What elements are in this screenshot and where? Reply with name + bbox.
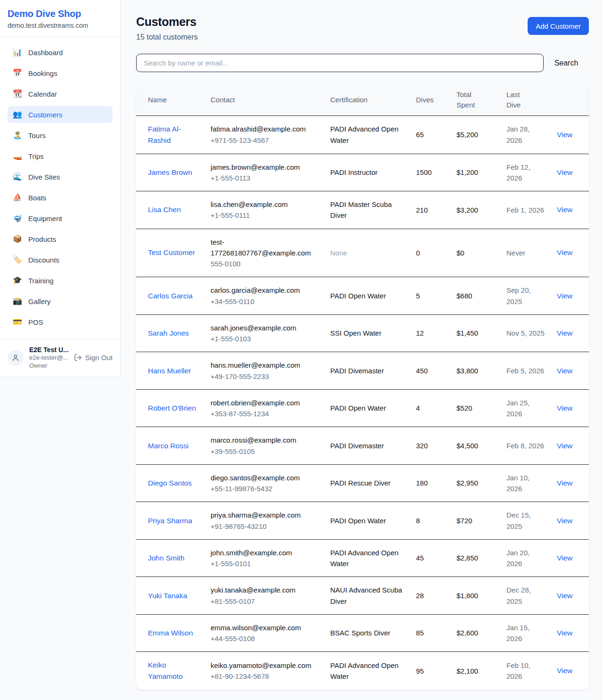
- customer-name-link[interactable]: James Brown: [148, 168, 192, 176]
- table-row: Test Customer test-1772681807767@example…: [136, 229, 589, 277]
- customer-name-link[interactable]: Fatima Al-Rashid: [148, 125, 181, 144]
- tear-off-calendar-icon: 📆: [13, 90, 22, 98]
- sidebar-item-equipment[interactable]: 🤿 Equipment: [8, 210, 113, 227]
- customer-email: carlos.garcia@example.com: [211, 285, 319, 296]
- view-customer-link[interactable]: View: [557, 629, 572, 637]
- sidebar-item-discounts[interactable]: 🏷️ Discounts: [8, 251, 113, 268]
- sidebar-item-label: Tours: [28, 132, 46, 140]
- customer-dives: 1500: [410, 154, 451, 191]
- customer-name-link[interactable]: Lisa Chen: [148, 206, 181, 214]
- customer-name-link[interactable]: Test Customer: [148, 248, 195, 256]
- customer-email: james.brown@example.com: [211, 162, 319, 173]
- view-customer-link[interactable]: View: [557, 554, 572, 562]
- customer-dives: 450: [410, 352, 451, 390]
- customer-phone: +1-555-0113: [211, 173, 319, 183]
- customer-total-spent: $520: [451, 389, 501, 427]
- page-title: Customers: [136, 15, 198, 29]
- customer-name-link[interactable]: Emma Wilson: [148, 629, 193, 637]
- customer-total-spent: $3,800: [451, 352, 501, 390]
- camera-icon: 📸: [13, 297, 22, 305]
- search-input[interactable]: [136, 54, 544, 72]
- customer-name-link[interactable]: Marco Rossi: [148, 442, 188, 450]
- sidebar-item-training[interactable]: 🎓 Training: [8, 272, 113, 289]
- sidebar-item-label: Bookings: [28, 69, 57, 77]
- customer-name-link[interactable]: Carlos Garcia: [148, 292, 193, 300]
- table-row: Hans Mueller hans.mueller@example.com +4…: [136, 352, 589, 390]
- customer-name-link[interactable]: John Smith: [148, 554, 185, 562]
- customer-name-link[interactable]: Robert O'Brien: [148, 404, 196, 412]
- sidebar-item-customers[interactable]: 👥 Customers: [8, 106, 113, 123]
- view-customer-link[interactable]: View: [557, 168, 572, 176]
- customer-certification: PADI Rescue Diver: [325, 464, 410, 502]
- add-customer-button[interactable]: Add Customer: [528, 17, 589, 35]
- sign-out-button[interactable]: Sign Out: [74, 354, 113, 362]
- customer-phone: +1-555-0103: [211, 333, 319, 344]
- table-row: Robert O'Brien robert.obrien@example.com…: [136, 389, 589, 427]
- sidebar-item-dive-sites[interactable]: 🌊 Dive Sites: [8, 168, 113, 185]
- sidebar-item-products[interactable]: 📦 Products: [8, 231, 113, 247]
- view-customer-link[interactable]: View: [557, 667, 572, 675]
- sidebar-item-pos[interactable]: 💳 POS: [8, 313, 113, 330]
- sidebar-item-gallery[interactable]: 📸 Gallery: [8, 293, 113, 310]
- shop-domain: demo.test.divestreams.com: [8, 22, 113, 29]
- sidebar: Demo Dive Shop demo.test.divestreams.com…: [0, 0, 121, 377]
- sidebar-item-boats[interactable]: ⛵ Boats: [8, 189, 113, 206]
- view-customer-link[interactable]: View: [557, 404, 572, 412]
- sidebar-item-tours[interactable]: 🏝️ Tours: [8, 127, 113, 144]
- view-customer-link[interactable]: View: [557, 206, 572, 214]
- customer-certification: SSI Open Water: [325, 314, 410, 352]
- customer-dives: 180: [410, 464, 451, 502]
- column-header-contact: Contact: [205, 84, 325, 115]
- table-row: Priya Sharma priya.sharma@example.com +9…: [136, 502, 589, 540]
- customer-last-dive: Feb 1, 2026: [501, 191, 551, 229]
- page-header: Customers 15 total customers Add Custome…: [136, 15, 589, 41]
- sidebar-nav: 📊 Dashboard 📅 Bookings 📆 Calendar 👥 Cust…: [0, 37, 120, 339]
- search-button[interactable]: Search: [544, 59, 589, 67]
- customer-total-spent: $2,600: [451, 614, 501, 652]
- search-row: Search: [136, 54, 589, 72]
- view-customer-link[interactable]: View: [557, 479, 572, 487]
- sidebar-item-trips[interactable]: 🚤 Trips: [8, 148, 113, 165]
- sidebar-item-label: Calendar: [28, 90, 57, 98]
- customer-name-link[interactable]: Hans Mueller: [148, 367, 191, 375]
- view-customer-link[interactable]: View: [557, 442, 572, 450]
- sidebar-item-label: Discounts: [28, 256, 59, 264]
- sidebar-item-label: Trips: [28, 152, 44, 160]
- customer-phone: +971-55-123-4567: [211, 135, 319, 146]
- view-customer-link[interactable]: View: [557, 248, 572, 256]
- customer-name-link[interactable]: Keiko Yamamoto: [148, 661, 183, 680]
- customer-last-dive: Never: [501, 229, 551, 277]
- customers-table: NameContactCertificationDivesTotal Spent…: [136, 84, 589, 690]
- customer-last-dive: Jan 15, 2026: [501, 614, 551, 652]
- customer-dives: 45: [410, 539, 451, 577]
- column-header-last-dive: Last Dive: [501, 84, 551, 115]
- customer-dives: 95: [410, 652, 451, 690]
- customer-phone: +1-555-0101: [211, 558, 319, 569]
- shop-name: Demo Dive Shop: [8, 8, 113, 19]
- view-customer-link[interactable]: View: [557, 131, 572, 139]
- customer-total-spent: $3,200: [451, 191, 501, 229]
- customer-email: yuki.tanaka@example.com: [211, 585, 319, 595]
- customer-total-spent: $4,500: [451, 427, 501, 465]
- customer-name-link[interactable]: Diego Santos: [148, 479, 192, 487]
- view-customer-link[interactable]: View: [557, 517, 572, 525]
- sidebar-item-label: Training: [28, 277, 54, 285]
- customer-dives: 12: [410, 314, 451, 352]
- graduation-cap-icon: 🎓: [13, 277, 22, 284]
- sidebar-item-calendar[interactable]: 📆 Calendar: [8, 85, 113, 102]
- sidebar-item-bookings[interactable]: 📅 Bookings: [8, 65, 113, 82]
- table-row: Fatima Al-Rashid fatima.alrashid@example…: [136, 115, 589, 154]
- customer-name-link[interactable]: Sarah Jones: [148, 329, 189, 337]
- view-customer-link[interactable]: View: [557, 367, 572, 375]
- customer-phone: +55-11-99876-5432: [211, 483, 319, 494]
- table-row: Sarah Jones sarah.jones@example.com +1-5…: [136, 314, 589, 352]
- customer-phone: +353-87-555-1234: [211, 408, 319, 419]
- customer-email: sarah.jones@example.com: [211, 322, 319, 333]
- sidebar-item-dashboard[interactable]: 📊 Dashboard: [8, 44, 113, 61]
- view-customer-link[interactable]: View: [557, 592, 572, 600]
- customer-name-link[interactable]: Priya Sharma: [148, 517, 192, 525]
- customer-email: test-1772681807767@example.com: [211, 237, 319, 259]
- view-customer-link[interactable]: View: [557, 292, 572, 300]
- view-customer-link[interactable]: View: [557, 329, 572, 337]
- customer-name-link[interactable]: Yuki Tanaka: [148, 592, 187, 600]
